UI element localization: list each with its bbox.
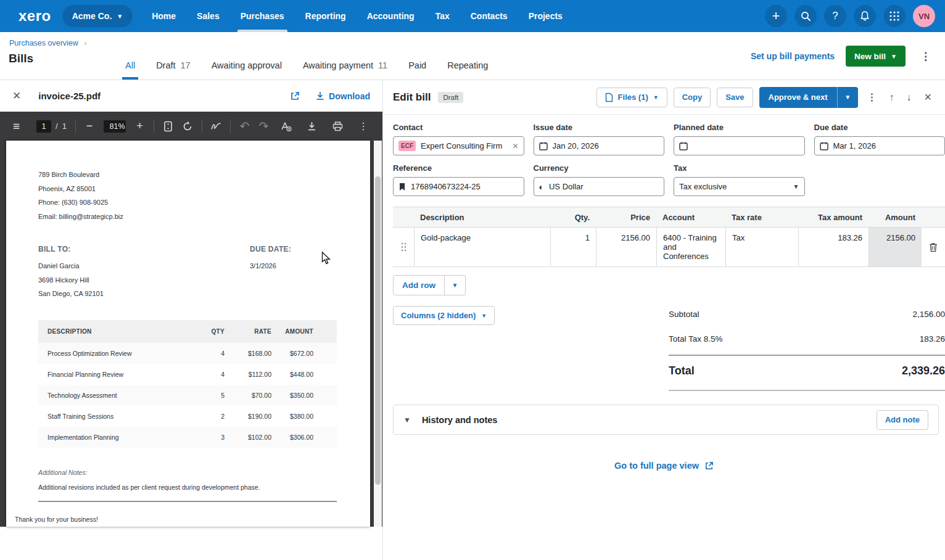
contact-field[interactable]: ECF Expert Consulting Firm ✕ [393,136,524,155]
org-switcher[interactable]: Acme Co. ▼ [62,5,133,27]
pdf-scrollbar-thumb[interactable] [375,176,381,485]
line-items-header: Description Qty. Price Account Tax rate … [393,207,945,228]
nav-item-purchases[interactable]: Purchases [230,0,295,32]
help-button[interactable]: ? [824,5,846,27]
pdf-download-icon[interactable] [303,118,320,134]
open-in-new-window-button[interactable] [290,91,300,101]
previous-bill-button[interactable]: ↑ [886,91,898,104]
rotate-icon[interactable] [182,118,193,134]
file-icon [605,93,613,102]
tab-awaiting-approval[interactable]: Awaiting approval [201,51,292,80]
trash-icon [929,242,938,252]
item-tax-rate-cell[interactable]: Tax [725,228,798,266]
copy-button[interactable]: Copy [674,88,711,107]
pdf-due-date-label: DUE DATE: [250,245,291,253]
apps-button[interactable] [883,5,906,27]
item-tax-amount-cell[interactable]: 183.26 [798,228,869,266]
col-tax-rate: Tax rate [725,213,798,222]
line-item-row: Gold-package 1 2156.00 6400 - Training a… [393,228,945,267]
item-qty-cell[interactable]: 1 [550,228,596,266]
files-label: Files (1) [618,93,648,102]
print-icon[interactable] [329,118,345,134]
nav-item-reporting[interactable]: Reporting [295,0,357,32]
add-row-button[interactable]: Add row [393,275,445,295]
drag-handle-icon [401,242,406,252]
pdf-viewer: 789 Birch BoulevardPhoenix, AZ 85001Phon… [0,141,382,527]
tab-awaiting-payment[interactable]: Awaiting payment11 [292,51,398,80]
mouse-cursor [321,252,332,265]
col-description: Description [414,213,550,222]
close-bill-icon[interactable]: ✕ [921,90,935,104]
full-page-view-link[interactable]: Go to full page view [383,461,945,471]
download-button[interactable]: Download [316,91,370,101]
user-avatar[interactable]: VN [913,5,935,27]
issue-date-field[interactable]: Jan 20, 2026 [534,136,665,155]
history-expand-chevron-icon[interactable]: ▼ [403,416,411,424]
nav-item-projects[interactable]: Projects [518,0,573,32]
add-row-dropdown-button[interactable]: ▼ [445,275,466,295]
approve-next-button[interactable]: Approve & next [759,87,837,108]
tab-draft[interactable]: Draft17 [146,51,201,80]
breadcrumb-link[interactable]: Purchases overview [9,39,78,47]
bill-more-button[interactable]: ⋮ [864,90,880,104]
item-amount-cell[interactable]: 2156.00 [869,228,922,266]
columns-button[interactable]: Columns (2 hidden) ▼ [393,306,495,325]
clear-contact-icon[interactable]: ✕ [512,142,518,150]
edit-bill-panel: Edit bill Draft Files (1) ▼ Copy Save Ap… [382,80,945,560]
due-date-field[interactable]: Mar 1, 2026 [814,136,945,155]
create-new-button[interactable]: + [765,5,787,27]
pdf-zoom-level[interactable]: 81% [104,120,126,133]
notifications-button[interactable] [854,5,876,27]
delete-row-button[interactable] [922,228,945,266]
redo-icon[interactable]: ↷ [258,118,269,134]
pdf-address-line: Phone: (630) 908-9025 [38,196,342,210]
nav-item-accounting[interactable]: Accounting [357,0,425,32]
files-button[interactable]: Files (1) ▼ [596,88,667,107]
xero-logo[interactable]: xero [19,7,51,25]
item-price-cell[interactable]: 2156.00 [596,228,656,266]
setup-bill-payments-link[interactable]: Set up bill payments [751,51,835,61]
nav-item-sales[interactable]: Sales [186,0,230,32]
nav-item-tax[interactable]: Tax [425,0,460,32]
pdf-row-rate: $112.00 [225,371,271,378]
nav-item-contacts[interactable]: Contacts [460,0,518,32]
breadcrumb-chevron-icon: › [84,39,86,47]
zoom-in-icon[interactable]: + [134,118,145,134]
item-description-cell[interactable]: Gold-package [414,228,550,266]
pdf-scrollbar[interactable] [374,141,382,527]
overflow-menu-button[interactable]: ⋮ [917,47,935,65]
annotate-pen-icon[interactable] [210,118,221,134]
breadcrumb[interactable]: Purchases overview › [9,39,87,47]
new-bill-button[interactable]: New bill ▼ [846,46,906,67]
tab-count: 17 [181,60,191,70]
approve-dropdown-button[interactable]: ▼ [837,87,858,108]
search-button[interactable] [794,5,817,27]
item-account-cell[interactable]: 6400 - Training and Conferences [656,228,725,266]
reference-field[interactable]: 1768940673224-25 [393,177,524,196]
tax-select[interactable]: Tax exclusive ▼ [674,177,805,196]
pdf-more-icon[interactable]: ⋮ [355,118,371,134]
nav-item-home[interactable]: Home [141,0,186,32]
pdf-page-current[interactable]: 1 [36,120,51,133]
pdf-menu-icon[interactable]: ≡ [11,118,22,134]
next-bill-button[interactable]: ↓ [904,91,915,104]
drag-handle[interactable] [393,228,414,266]
reference-value: 1768940673224-25 [411,182,481,191]
tab-repeating[interactable]: Repeating [437,51,498,80]
pdf-row-qty: 3 [192,434,225,441]
tab-all[interactable]: All [115,51,146,80]
calendar-icon [820,142,828,150]
planned-date-field[interactable] [674,136,805,155]
currency-field[interactable]: ◐ US Dollar [534,177,665,196]
zoom-out-icon[interactable]: − [85,118,95,134]
close-pdf-icon[interactable]: ✕ [12,89,21,102]
add-note-button[interactable]: Add note [877,410,928,430]
fit-page-icon[interactable] [163,118,173,134]
undo-icon[interactable]: ↶ [239,118,250,134]
save-button[interactable]: Save [717,88,753,107]
pdf-row-rate: $190.00 [225,413,271,420]
tab-paid[interactable]: Paid [398,51,437,80]
add-text-icon[interactable] [278,118,294,134]
pdf-page: 789 Birch BoulevardPhoenix, AZ 85001Phon… [6,141,370,527]
pdf-row-qty: 4 [192,350,225,357]
